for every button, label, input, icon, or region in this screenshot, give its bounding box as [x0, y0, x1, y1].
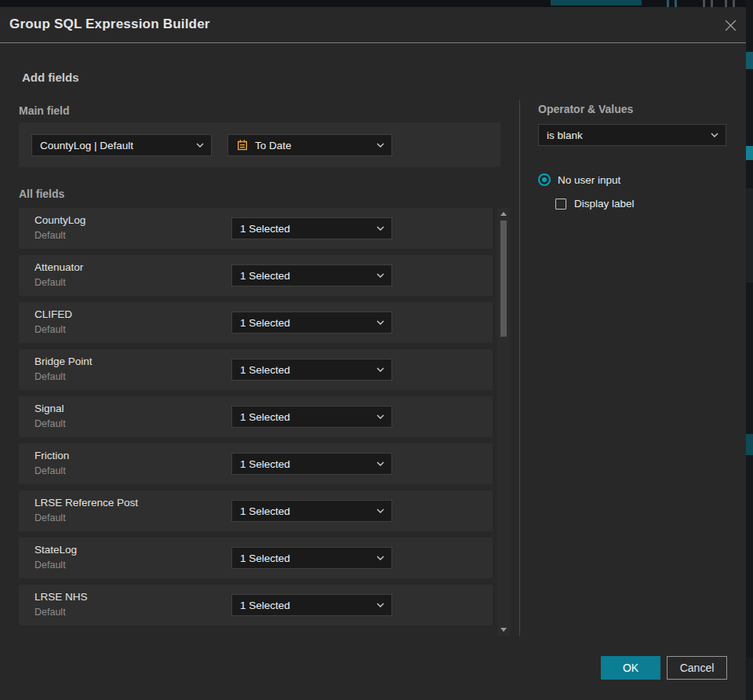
field-subtitle: Default — [35, 465, 66, 476]
background-toolbar-bar — [703, 0, 705, 7]
chevron-down-icon — [376, 603, 384, 607]
operator-values-label: Operator & Values — [538, 103, 633, 115]
dialog-titlebar: Group SQL Expression Builder — [0, 7, 746, 43]
field-row: CLIFED Default 1 Selected — [19, 302, 493, 343]
field-subtitle: Default — [35, 230, 66, 241]
calendar-icon — [236, 139, 249, 151]
field-row: Friction Default 1 Selected — [19, 443, 493, 484]
chevron-down-icon — [376, 273, 384, 278]
live-view-badge: Live view — [551, 0, 642, 5]
field-selection-value: 1 Selected — [240, 600, 290, 611]
date-type-select[interactable]: To Date — [227, 134, 392, 156]
field-selection-dropdown[interactable]: 1 Selected — [231, 312, 392, 334]
field-row: Signal Default 1 Selected — [19, 396, 493, 437]
main-field-select-value: CountyLog | Default — [40, 140, 133, 151]
field-row: StateLog Default 1 Selected — [19, 538, 493, 578]
group-sql-expression-builder-dialog: Group SQL Expression Builder Add fields … — [0, 7, 746, 700]
field-name: Friction — [35, 450, 69, 461]
field-subtitle: Default — [35, 560, 66, 571]
field-subtitle: Default — [35, 371, 66, 382]
dialog-title: Group SQL Expression Builder — [9, 16, 210, 32]
main-field-select[interactable]: CountyLog | Default — [31, 134, 212, 156]
background-fragment — [746, 188, 753, 283]
display-label-checkbox[interactable] — [555, 199, 566, 210]
all-fields-list: CountyLog Default 1 Selected Attenuator … — [19, 208, 493, 632]
main-field-panel: CountyLog | Default To Date — [19, 122, 500, 167]
chevron-down-icon — [376, 461, 384, 466]
chevron-down-icon — [376, 320, 384, 325]
field-subtitle: Default — [35, 418, 66, 429]
field-subtitle: Default — [35, 277, 66, 288]
chevron-down-icon — [196, 143, 204, 148]
chevron-down-icon — [376, 509, 384, 513]
field-selection-dropdown[interactable]: 1 Selected — [231, 264, 392, 286]
field-selection-value: 1 Selected — [240, 411, 290, 423]
field-row: LRSE Reference Post Default 1 Selected — [19, 490, 493, 531]
field-name: Bridge Point — [35, 355, 93, 367]
field-selection-dropdown[interactable]: 1 Selected — [231, 547, 392, 569]
field-selection-value: 1 Selected — [240, 317, 290, 329]
field-row: CountyLog Default 1 Selected — [19, 208, 493, 249]
background-fragment — [746, 434, 753, 455]
field-subtitle: Default — [35, 324, 66, 335]
scrollbar-thumb[interactable] — [500, 221, 507, 337]
field-subtitle: Default — [35, 512, 66, 523]
chevron-down-icon — [376, 556, 384, 560]
field-name: LRSE NHS — [35, 591, 88, 603]
background-toolbar-bar — [725, 0, 727, 7]
panel-divider — [519, 100, 520, 636]
field-selection-dropdown[interactable]: 1 Selected — [231, 406, 392, 428]
field-selection-dropdown[interactable]: 1 Selected — [231, 217, 392, 239]
background-toolbar-bar — [667, 0, 669, 7]
cancel-button[interactable]: Cancel — [667, 656, 727, 680]
field-subtitle: Default — [35, 607, 66, 618]
field-name: Attenuator — [35, 261, 83, 273]
chevron-down-icon — [376, 367, 384, 372]
chevron-down-icon — [376, 143, 384, 148]
field-selection-value: 1 Selected — [240, 552, 290, 564]
add-fields-heading: Add fields — [22, 71, 79, 84]
field-row: Bridge Point Default 1 Selected — [19, 349, 493, 390]
background-toolbar-bar — [675, 0, 677, 7]
operator-select-value: is blank — [547, 129, 583, 141]
operator-select[interactable]: is blank — [538, 124, 726, 146]
field-name: CountyLog — [35, 214, 85, 226]
background-app-top-strip: Live view — [0, 0, 753, 7]
screen: { "background": { "live_view_label": "Li… — [0, 0, 753, 700]
no-user-input-option[interactable]: No user input — [538, 173, 620, 186]
field-selection-dropdown[interactable]: 1 Selected — [231, 500, 392, 522]
display-label-option[interactable]: Display label — [555, 198, 635, 210]
chevron-down-icon — [376, 226, 384, 231]
scrollbar-down-arrow-icon[interactable] — [500, 628, 507, 632]
chevron-down-icon — [376, 414, 384, 419]
field-selection-dropdown[interactable]: 1 Selected — [231, 359, 392, 381]
background-toolbar-bar — [711, 0, 713, 7]
field-selection-value: 1 Selected — [240, 270, 290, 282]
display-label-label: Display label — [574, 198, 635, 210]
background-fragment — [746, 658, 753, 700]
no-user-input-radio[interactable] — [538, 173, 551, 186]
field-selection-value: 1 Selected — [240, 458, 290, 470]
field-selection-value: 1 Selected — [240, 364, 290, 376]
scrollbar-up-arrow-icon[interactable] — [500, 212, 507, 216]
all-fields-label: All fields — [19, 188, 64, 200]
field-name: Signal — [35, 403, 64, 414]
field-row: Attenuator Default 1 Selected — [19, 255, 493, 296]
field-selection-dropdown[interactable]: 1 Selected — [231, 453, 392, 475]
field-selection-value: 1 Selected — [240, 505, 290, 517]
field-name: CLIFED — [35, 308, 72, 320]
background-toolbar-bar — [733, 0, 735, 7]
field-selection-dropdown[interactable]: 1 Selected — [231, 594, 392, 616]
field-name: LRSE Reference Post — [35, 497, 138, 509]
close-button[interactable] — [722, 17, 738, 33]
date-type-select-value: To Date — [255, 140, 292, 151]
background-fragment — [746, 146, 753, 160]
chevron-down-icon — [711, 133, 718, 137]
field-list-scrollbar[interactable] — [497, 208, 510, 636]
ok-button[interactable]: OK — [601, 656, 660, 680]
field-row: LRSE NHS Default 1 Selected — [19, 585, 493, 625]
live-view-label: Live view — [581, 0, 620, 2]
background-fragment — [746, 52, 753, 69]
no-user-input-label: No user input — [558, 174, 620, 186]
main-field-label: Main field — [19, 104, 70, 117]
